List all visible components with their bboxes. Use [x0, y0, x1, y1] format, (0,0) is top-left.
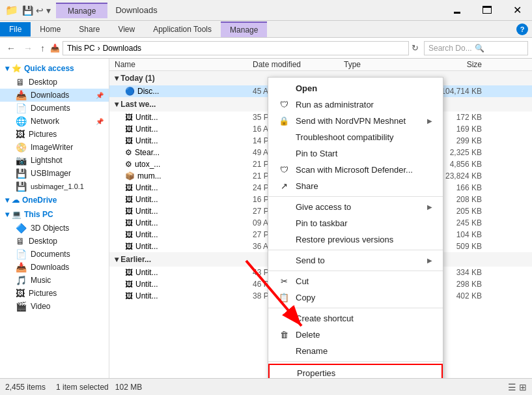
column-name[interactable]: Name [109, 60, 253, 69]
file-name: 🖼Untit... [109, 136, 253, 145]
search-box[interactable]: Search Do... 🔍 [424, 41, 528, 55]
file-icon: 🔵 [125, 87, 135, 96]
this-pc-link[interactable]: This PC [67, 44, 95, 53]
sidebar-section-this-pc[interactable]: ▾ 💻 This PC [0, 207, 109, 222]
ctx-properties[interactable]: Properties [268, 364, 443, 378]
tab-application-tools[interactable]: Application Tools [144, 22, 221, 37]
tab-view[interactable]: View [109, 22, 144, 37]
ctx-give-access[interactable]: Give access to ▶ [268, 199, 443, 215]
chevron-icon: ▾ [5, 196, 9, 205]
ctx-send-to[interactable]: Send to ▶ [268, 252, 443, 269]
context-menu: Open 🛡 Run as administrator 🔒 Send with … [268, 77, 443, 378]
back-button[interactable]: ← [4, 42, 18, 55]
file-icon: 💾 [16, 181, 27, 192]
selected-info: 1 item selected 102 MB [56, 383, 142, 392]
column-type[interactable]: Type [344, 60, 428, 69]
folder-icon: 📁 [5, 4, 18, 16]
ctx-item-label: Give access to [296, 202, 351, 212]
music-icon: 🎵 [16, 275, 27, 285]
ctx-run-as-admin[interactable]: 🛡 Run as administrator [268, 96, 443, 113]
ctx-delete[interactable]: 🗑 Delete [268, 327, 443, 343]
sidebar-item-documents2[interactable]: 📄 Documents [0, 248, 109, 261]
file-icon: 🖼 [125, 280, 133, 289]
column-size[interactable]: Size [428, 60, 487, 69]
ctx-create-shortcut[interactable]: Create shortcut [268, 310, 443, 327]
file-icon: 🖼 [125, 113, 133, 122]
separator [268, 250, 443, 250]
sidebar-item-label: Lightshot [31, 156, 63, 165]
sidebar-item-usbimager-file[interactable]: 💾 usbimager_1.0.1 [0, 180, 109, 193]
ctx-item-label: Properties [297, 368, 335, 378]
manage-tab[interactable]: Manage [56, 3, 107, 18]
tab-share[interactable]: Share [70, 22, 109, 37]
downloads-link[interactable]: Downloads [103, 44, 141, 53]
file-icon: 🖼 [125, 136, 133, 145]
ctx-scan-defender[interactable]: 🛡 Scan with Microsoft Defender... [268, 162, 443, 178]
ctx-item-label: Copy [296, 293, 315, 302]
ctx-pin-taskbar[interactable]: Pin to taskbar [268, 215, 443, 231]
minimize-button[interactable]: 🗕 [442, 0, 472, 21]
file-name: 🖼Untit... [109, 183, 253, 192]
sidebar-item-downloads[interactable]: 📥 Downloads 📌 [0, 89, 109, 102]
ctx-item-label: Send to [296, 256, 325, 265]
tab-manage[interactable]: Manage [221, 22, 267, 37]
up-button[interactable]: ↑ [38, 42, 48, 55]
ctx-restore-versions[interactable]: Restore previous versions [268, 231, 443, 248]
sidebar-item-imagewriter[interactable]: 📀 ImageWriter [0, 141, 109, 154]
save-icon[interactable]: 💾 [22, 5, 33, 16]
sidebar-item-network[interactable]: 🌐 Network 📌 [0, 115, 109, 128]
refresh-button[interactable]: ↻ [412, 43, 419, 53]
ctx-share[interactable]: ↗ Share [268, 178, 443, 194]
maximize-button[interactable]: 🗖 [472, 0, 502, 21]
column-date[interactable]: Date modified [253, 60, 344, 69]
ctx-copy[interactable]: 📋 Copy [268, 289, 443, 306]
sidebar-item-desktop2[interactable]: 🖥 Desktop [0, 235, 109, 248]
sidebar-item-video[interactable]: 🎬 Video [0, 300, 109, 313]
sidebar-section-quick-access[interactable]: ▾ ⭐ Quick access [0, 61, 109, 76]
close-button[interactable]: ✕ [502, 0, 532, 21]
sidebar-item-label: Downloads [31, 263, 69, 272]
ctx-item-label: Restore previous versions [296, 235, 393, 244]
sidebar-item-usbimager[interactable]: 💾 USBImager [0, 167, 109, 180]
dropdown-icon[interactable]: ▾ [46, 5, 51, 16]
details-view-button[interactable]: ☰ [508, 382, 516, 392]
sidebar-item-3dobjects[interactable]: 🔷 3D Objects [0, 222, 109, 235]
sidebar-item-documents[interactable]: 📄 Documents [0, 102, 109, 115]
ctx-item-label: Rename [296, 346, 328, 356]
cut-icon: ✂ [279, 276, 289, 286]
tab-home[interactable]: Home [31, 22, 70, 37]
downloads-icon: 📥 [16, 262, 27, 272]
tab-file[interactable]: File [0, 22, 31, 37]
undo-icon[interactable]: ↩ [36, 5, 44, 16]
separator [268, 271, 443, 271]
sidebar-item-label: USBImager [31, 169, 71, 178]
sidebar-section-onedrive[interactable]: ▾ ☁ OneDrive [0, 193, 109, 207]
file-name: 🖼Untit... [109, 230, 253, 239]
path-icon: 📥 [50, 44, 60, 53]
ctx-troubleshoot[interactable]: Troubleshoot compatibility [268, 129, 443, 145]
sidebar-item-lightshot[interactable]: 📷 Lightshot [0, 154, 109, 167]
sidebar-item-desktop[interactable]: 🖥 Desktop [0, 76, 109, 89]
ctx-rename[interactable]: Rename [268, 343, 443, 359]
video-icon: 🎬 [16, 301, 27, 312]
sidebar-item-pictures2[interactable]: 🖼 Pictures [0, 287, 109, 300]
address-path[interactable]: This PC › Downloads [63, 41, 409, 55]
pin-icon: 📌 [96, 92, 104, 99]
sidebar-item-music[interactable]: 🎵 Music [0, 274, 109, 287]
file-icon: 🖼 [125, 207, 133, 216]
sidebar-item-downloads2[interactable]: 📥 Downloads [0, 261, 109, 274]
sidebar-item-pictures[interactable]: 🖼 Pictures [0, 128, 109, 141]
sidebar-item-label: Network [31, 117, 59, 126]
defender-icon: 🛡 [279, 165, 289, 175]
search-icon: 🔍 [475, 44, 484, 53]
arrow-icon: ▶ [427, 203, 432, 211]
ctx-pin-start[interactable]: Pin to Start [268, 145, 443, 162]
large-icons-button[interactable]: ⊞ [519, 382, 527, 392]
ctx-send-nordvpn[interactable]: 🔒 Send with NordVPN Meshnet ▶ [268, 113, 443, 129]
forward-button[interactable]: → [21, 42, 35, 55]
title-bar: 📁 💾 ↩ ▾ Manage Downloads 🗕 🗖 ✕ [0, 0, 532, 21]
help-button[interactable]: ? [516, 23, 528, 35]
ctx-open[interactable]: Open [268, 80, 443, 96]
shield-icon: 🛡 [279, 100, 289, 110]
ctx-cut[interactable]: ✂ Cut [268, 273, 443, 289]
